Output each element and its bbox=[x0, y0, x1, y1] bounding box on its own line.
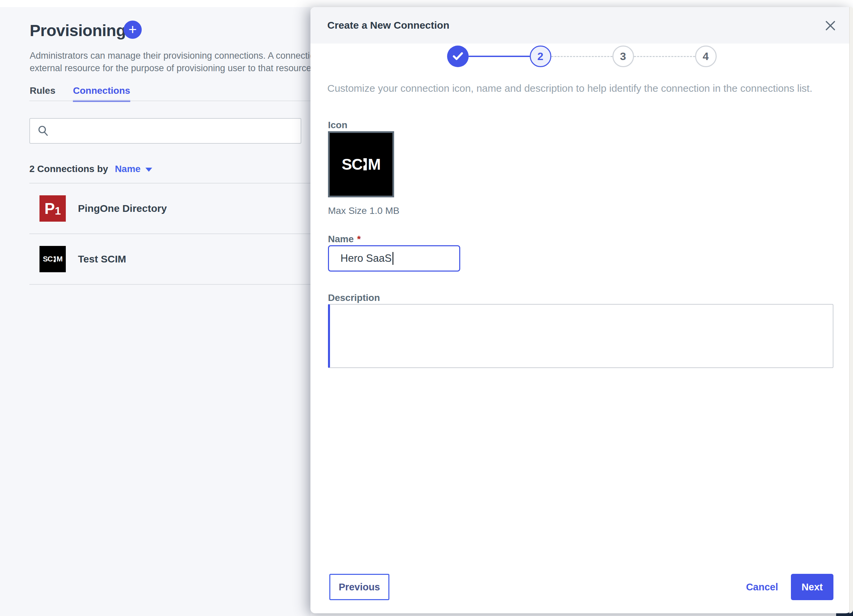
connection-name: Test SCIM bbox=[78, 253, 126, 265]
page-description-line2: external resource for the purpose of pro… bbox=[30, 62, 310, 74]
connections-list: P1 PingOne Directory SCM Test SCIM bbox=[29, 183, 310, 285]
close-icon bbox=[825, 20, 836, 31]
connection-icon-upload[interactable]: SCM bbox=[328, 131, 394, 197]
step-3: 3 bbox=[612, 46, 634, 67]
description-textarea[interactable] bbox=[328, 304, 833, 368]
cancel-button[interactable]: Cancel bbox=[746, 574, 778, 600]
scim-i-glyph bbox=[54, 256, 56, 262]
page-title: Provisioning bbox=[30, 21, 126, 40]
scim-i-glyph bbox=[363, 158, 367, 170]
sort-by-name[interactable]: Name bbox=[115, 164, 152, 174]
search-icon bbox=[38, 125, 49, 137]
connections-count: 2 Connections by bbox=[29, 164, 108, 174]
plus-icon: + bbox=[129, 23, 137, 37]
chevron-down-icon bbox=[146, 168, 152, 172]
modal-subtitle: Customize your connection icon, name and… bbox=[327, 83, 837, 94]
page-description: Administrators can manage their provisio… bbox=[30, 50, 310, 74]
scim-logo: SCM bbox=[39, 246, 66, 272]
provisioning-page: Provisioning + Administrators can manage… bbox=[0, 7, 310, 616]
search-input[interactable] bbox=[54, 121, 293, 141]
wizard-stepper: 2 3 4 bbox=[310, 46, 853, 67]
tab-connections[interactable]: Connections bbox=[73, 85, 130, 102]
step-connector-dashed bbox=[551, 56, 612, 57]
text-cursor bbox=[392, 252, 393, 265]
step-connector-dashed bbox=[634, 56, 695, 57]
create-connection-modal: Create a New Connection 2 3 4 Customize … bbox=[310, 7, 853, 613]
required-asterisk: * bbox=[357, 234, 361, 244]
scrollbar-track[interactable] bbox=[849, 7, 853, 613]
checkmark-icon bbox=[452, 52, 463, 61]
icon-field-label: Icon bbox=[328, 120, 348, 130]
pingone-logo: P1 bbox=[39, 195, 66, 222]
step-connector-solid bbox=[469, 56, 530, 57]
modal-header: Create a New Connection bbox=[310, 7, 853, 44]
name-input[interactable]: Hero SaaS bbox=[328, 245, 460, 272]
connection-name: PingOne Directory bbox=[78, 203, 167, 214]
close-button[interactable] bbox=[824, 19, 837, 32]
connection-row-test-scim[interactable]: SCM Test SCIM bbox=[29, 234, 310, 285]
step-4: 4 bbox=[695, 46, 717, 67]
step-2-active[interactable]: 2 bbox=[530, 46, 551, 67]
description-field-label: Description bbox=[328, 293, 380, 303]
connections-list-header: 2 Connections by Name bbox=[29, 164, 152, 174]
tab-bar: Rules Connections bbox=[30, 85, 130, 102]
previous-button[interactable]: Previous bbox=[329, 574, 389, 600]
tab-rules[interactable]: Rules bbox=[30, 85, 55, 102]
tabs-divider bbox=[29, 100, 310, 101]
name-field-label: Name* bbox=[328, 234, 361, 244]
next-button[interactable]: Next bbox=[791, 574, 833, 600]
step-1-complete[interactable] bbox=[447, 46, 469, 67]
connection-search[interactable] bbox=[29, 118, 301, 144]
max-size-hint: Max Size 1.0 MB bbox=[328, 205, 399, 216]
modal-title: Create a New Connection bbox=[327, 20, 449, 31]
name-value: Hero SaaS bbox=[340, 252, 392, 264]
page-description-line1: Administrators can manage their provisio… bbox=[30, 50, 310, 62]
add-connection-button[interactable]: + bbox=[123, 21, 142, 39]
connection-row-pingone-directory[interactable]: P1 PingOne Directory bbox=[29, 184, 310, 234]
